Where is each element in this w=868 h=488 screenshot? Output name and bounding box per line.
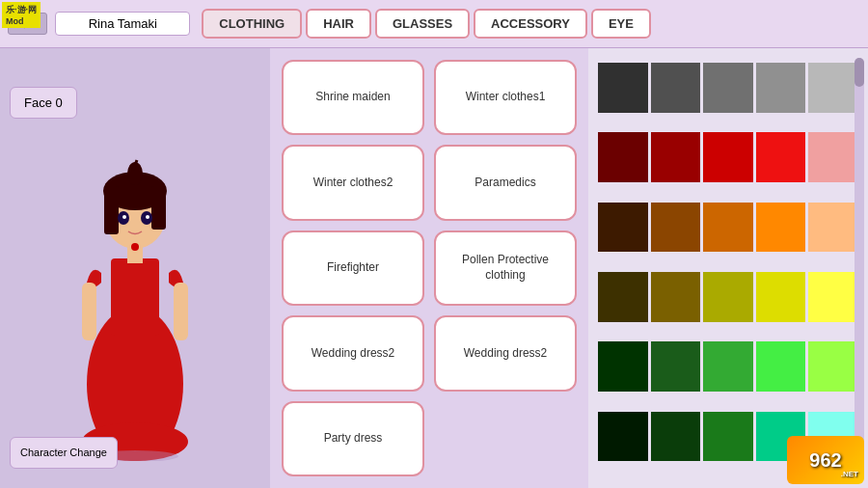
color-cell-19[interactable] [808,272,858,322]
color-cell-7[interactable] [703,132,753,182]
color-cell-1[interactable] [651,63,701,113]
left-panel: Face 0 [0,48,270,488]
clothing-btn-wedding-dress2b[interactable]: Wedding dress2 [434,315,577,391]
color-cell-0[interactable] [598,63,648,113]
color-cell-23[interactable] [756,341,806,392]
color-cell-14[interactable] [808,203,858,253]
top-bar: 乐·游·网Mod ◀CK Rina Tamaki CLOTHINGHAIRGLA… [0,0,868,48]
svg-rect-6 [151,186,166,230]
character-display [48,95,222,461]
color-cell-8[interactable] [756,132,806,182]
color-cell-22[interactable] [703,341,753,392]
color-grid [598,63,858,478]
svg-rect-1 [111,258,159,336]
watermark-bottom-right: 962 .NET [787,436,864,484]
clothing-btn-firefighter[interactable]: Firefighter [282,230,424,306]
color-cell-6[interactable] [651,132,701,182]
color-cell-15[interactable] [598,272,648,322]
svg-point-13 [131,243,139,251]
tab-glasses[interactable]: GLASSES [375,9,470,39]
clothing-btn-paramedics[interactable]: Paramedics [434,145,577,220]
clothing-btn-winter-clothes2[interactable]: Winter clothes2 [282,145,424,220]
character-change-button[interactable]: Character Change [10,437,118,469]
svg-rect-15 [174,283,188,340]
color-cell-10[interactable] [598,203,648,253]
color-cell-20[interactable] [598,341,648,392]
color-cell-18[interactable] [756,272,806,322]
svg-point-12 [146,215,149,219]
color-cell-26[interactable] [651,412,701,462]
color-picker-panel [588,48,868,488]
character-change-label: Character Change [20,447,107,458]
main-area: Face 0 [0,48,868,488]
character-svg [48,95,222,461]
color-cell-9[interactable] [808,132,858,182]
color-cell-21[interactable] [651,341,701,392]
clothing-btn-pollen-protective[interactable]: Pollen Protective clothing [434,230,577,306]
color-cell-12[interactable] [703,203,753,253]
tab-hair[interactable]: HAIR [306,9,371,39]
character-name-display: Rina Tamaki [55,12,190,36]
clothing-btn-shrine-maiden[interactable]: Shrine maiden [282,60,424,135]
watermark-br-sub: .NET [841,470,858,478]
svg-rect-14 [82,283,96,340]
watermark-br-text: 962 [809,449,841,472]
clothing-btn-winter-clothes1[interactable]: Winter clothes1 [434,60,577,135]
tab-eye[interactable]: EYE [591,9,651,39]
color-cell-5[interactable] [598,132,648,182]
clothing-btn-wedding-dress2a[interactable]: Wedding dress2 [282,315,424,391]
svg-point-11 [122,215,126,219]
placeholder-empty [434,401,577,476]
watermark: 乐·游·网Mod [2,2,41,28]
tab-accessory[interactable]: ACCESSORY [474,9,587,39]
color-cell-25[interactable] [598,412,648,462]
color-cell-27[interactable] [703,412,753,462]
color-cell-2[interactable] [703,63,753,113]
scrollbar[interactable] [854,58,864,478]
color-cell-16[interactable] [651,272,701,322]
color-cell-24[interactable] [808,341,858,392]
color-cell-17[interactable] [703,272,753,322]
svg-rect-5 [104,186,119,234]
color-cell-4[interactable] [808,63,858,113]
tab-clothing[interactable]: CLOTHING [202,9,302,39]
color-cell-11[interactable] [651,203,701,253]
scroll-thumb [854,58,864,87]
clothing-options-panel: Shrine maidenWinter clothes1Winter cloth… [270,48,588,488]
clothing-btn-party-dress[interactable]: Party dress [282,401,424,476]
tab-bar: CLOTHINGHAIRGLASSESACCESSORYEYE [202,9,651,39]
color-cell-3[interactable] [756,63,806,113]
color-cell-13[interactable] [756,203,806,253]
